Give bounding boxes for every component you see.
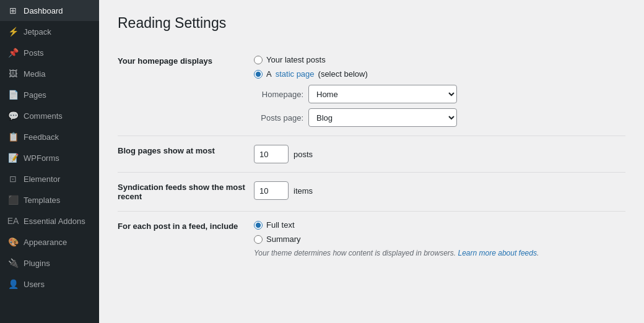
- pages-icon: 📄: [7, 89, 19, 100]
- feed-include-row: For each post in a feed, include Full te…: [118, 212, 625, 267]
- summary-radio[interactable]: [254, 235, 263, 244]
- latest-posts-option[interactable]: Your latest posts: [254, 55, 625, 64]
- full-text-option[interactable]: Full text: [254, 220, 625, 230]
- blog-pages-suffix: posts: [294, 150, 313, 159]
- sidebar-item-label-media: Media: [24, 69, 45, 79]
- syndication-feeds-label: Syndication feeds show the most recent: [118, 173, 254, 212]
- sidebar-item-label-feedback: Feedback: [24, 132, 59, 142]
- dashboard-icon: ⊞: [7, 5, 19, 16]
- sidebar-item-label-essential-addons: Essential Addons: [24, 217, 85, 226]
- blog-pages-control: posts: [254, 136, 625, 173]
- sidebar-item-essential-addons[interactable]: EAEssential Addons: [0, 210, 99, 231]
- static-page-link[interactable]: static page: [276, 69, 315, 79]
- feedback-icon: 📋: [7, 131, 19, 142]
- media-icon: 🖼: [7, 68, 19, 79]
- posts-page-select-label: Posts page:: [254, 113, 303, 123]
- full-text-label: Full text: [266, 220, 295, 230]
- sidebar-item-label-users: Users: [24, 280, 45, 289]
- feed-note-period: .: [537, 249, 539, 257]
- feed-note-link[interactable]: Learn more about feeds: [458, 249, 537, 257]
- wpforms-icon: 📝: [7, 152, 19, 163]
- summary-label: Summary: [266, 235, 301, 244]
- syndication-feeds-suffix: items: [294, 186, 313, 196]
- plugins-icon: 🔌: [7, 257, 19, 269]
- static-page-radio[interactable]: [254, 70, 263, 79]
- syndication-feeds-row: Syndication feeds show the most recent i…: [118, 173, 625, 212]
- feed-include-radio-group: Full text Summary: [254, 220, 625, 244]
- templates-icon: ⬛: [7, 194, 19, 205]
- elementor-icon: ⊡: [7, 173, 19, 184]
- sidebar-item-pages[interactable]: 📄Pages: [0, 84, 99, 105]
- static-page-option[interactable]: A static page (select below): [254, 69, 625, 79]
- homepage-select[interactable]: Home About Contact: [308, 85, 457, 103]
- users-icon: 👤: [7, 278, 19, 290]
- sidebar-item-label-elementor: Elementor: [24, 174, 60, 184]
- posts-page-select[interactable]: Blog News Posts: [308, 108, 457, 127]
- homepage-select-label: Homepage:: [254, 90, 303, 99]
- main-content: Reading Settings Your homepage displays …: [99, 0, 644, 323]
- feed-include-label: For each post in a feed, include: [118, 212, 254, 267]
- sidebar-item-jetpack[interactable]: ⚡Jetpack: [0, 21, 99, 42]
- posts-page-select-row: Posts page: Blog News Posts: [254, 108, 625, 127]
- sidebar-item-label-comments: Comments: [24, 111, 63, 121]
- homepage-select-row: Homepage: Home About Contact: [254, 85, 625, 103]
- homepage-radio-group: Your latest posts A static page (select …: [254, 55, 625, 79]
- sidebar-item-feedback[interactable]: 📋Feedback: [0, 126, 99, 147]
- sidebar-item-comments[interactable]: 💬Comments: [0, 105, 99, 126]
- sidebar-item-elementor[interactable]: ⊡Elementor: [0, 168, 99, 189]
- sidebar-item-label-jetpack: Jetpack: [24, 27, 51, 37]
- blog-pages-number-row: posts: [254, 145, 625, 163]
- summary-option[interactable]: Summary: [254, 235, 625, 244]
- posts-icon: 📌: [7, 47, 19, 58]
- full-text-radio[interactable]: [254, 221, 263, 230]
- sidebar-item-label-templates: Templates: [24, 196, 60, 205]
- syndication-feeds-control: items: [254, 173, 625, 212]
- sidebar-item-label-dashboard: Dashboard: [24, 6, 63, 15]
- sidebar-item-wpforms[interactable]: 📝WPForms: [0, 147, 99, 168]
- sidebar-item-templates[interactable]: ⬛Templates: [0, 189, 99, 210]
- sidebar-item-users[interactable]: 👤Users: [0, 273, 99, 295]
- blog-pages-label: Blog pages show at most: [118, 136, 254, 173]
- sidebar-item-media[interactable]: 🖼Media: [0, 63, 99, 84]
- blog-pages-input[interactable]: [254, 145, 289, 163]
- sidebar-item-posts[interactable]: 📌Posts: [0, 42, 99, 63]
- homepage-displays-row: Your homepage displays Your latest posts…: [118, 46, 625, 136]
- sidebar-item-plugins[interactable]: 🔌Plugins: [0, 252, 99, 273]
- sidebar-item-label-wpforms: WPForms: [24, 153, 59, 163]
- latest-posts-label: Your latest posts: [266, 55, 326, 64]
- sidebar: ⊞Dashboard⚡Jetpack📌Posts🖼Media📄Pages💬Com…: [0, 0, 99, 323]
- homepage-displays-label: Your homepage displays: [118, 46, 254, 136]
- sidebar-item-dashboard[interactable]: ⊞Dashboard: [0, 0, 99, 21]
- static-page-options: Homepage: Home About Contact Posts page:…: [254, 85, 625, 127]
- comments-icon: 💬: [7, 110, 19, 121]
- sidebar-item-label-plugins: Plugins: [24, 259, 50, 268]
- syndication-feeds-number-row: items: [254, 181, 625, 200]
- sidebar-item-appearance[interactable]: 🎨Appearance: [0, 231, 99, 252]
- sidebar-item-label-appearance: Appearance: [24, 238, 67, 247]
- latest-posts-radio[interactable]: [254, 56, 263, 64]
- feed-note-text: Your theme determines how content is dis…: [254, 249, 458, 257]
- sidebar-item-label-posts: Posts: [24, 48, 44, 58]
- feed-include-control: Full text Summary Your theme determines …: [254, 212, 625, 267]
- settings-table: Your homepage displays Your latest posts…: [118, 46, 625, 266]
- sidebar-item-label-pages: Pages: [24, 90, 46, 100]
- blog-pages-row: Blog pages show at most posts: [118, 136, 625, 173]
- jetpack-icon: ⚡: [7, 26, 19, 37]
- page-title: Reading Settings: [118, 15, 625, 32]
- static-page-label-suffix: (select below): [318, 69, 368, 79]
- essential-addons-icon: EA: [7, 215, 19, 226]
- feed-note: Your theme determines how content is dis…: [254, 249, 625, 257]
- syndication-feeds-input[interactable]: [254, 181, 289, 200]
- static-page-label-prefix: A: [266, 69, 272, 79]
- appearance-icon: 🎨: [7, 236, 19, 248]
- homepage-displays-control: Your latest posts A static page (select …: [254, 46, 625, 136]
